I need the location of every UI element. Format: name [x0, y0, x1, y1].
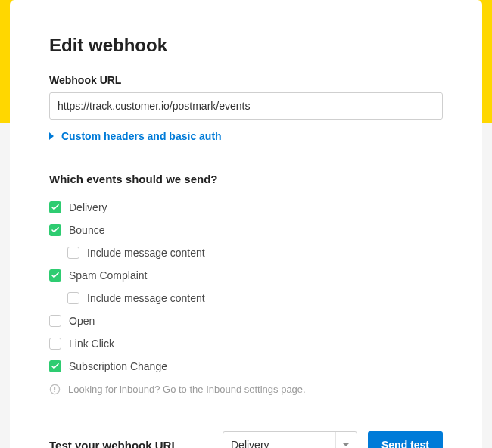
event-checkbox-link-click[interactable]: [49, 338, 61, 350]
custom-headers-label: Custom headers and basic auth: [61, 130, 222, 142]
panel-title: Edit webhook: [49, 35, 443, 56]
event-row-open: Open: [49, 310, 443, 332]
event-checkbox-open[interactable]: [49, 315, 61, 327]
events-title: Which events should we send?: [49, 173, 443, 185]
inbound-settings-link[interactable]: Inbound settings: [206, 384, 278, 395]
event-checkbox-delivery[interactable]: [49, 201, 61, 213]
event-row-delivery: Delivery: [49, 196, 443, 219]
event-label: Subscription Change: [69, 360, 167, 372]
test-label: Test your webhook URL: [49, 439, 223, 449]
event-row-bounce: Bounce: [49, 219, 443, 241]
event-sub-checkbox-bounce[interactable]: [67, 247, 79, 259]
test-event-select[interactable]: Delivery: [223, 431, 357, 448]
inbound-hint: Looking for inbound? Go to the Inbound s…: [49, 384, 443, 395]
custom-headers-toggle[interactable]: Custom headers and basic auth: [49, 130, 443, 142]
inbound-hint-text: Looking for inbound? Go to the Inbound s…: [68, 384, 306, 395]
event-subrow-bounce: Include message content: [67, 241, 443, 264]
svg-point-2: [54, 391, 55, 392]
send-test-button[interactable]: Send test: [368, 431, 443, 448]
event-row-subscription-change: Subscription Change: [49, 355, 443, 378]
event-label: Spam Complaint: [69, 269, 148, 282]
event-row-link-click: Link Click: [49, 332, 443, 355]
event-subrow-spam-complaint: Include message content: [67, 287, 443, 310]
event-label: Open: [69, 315, 95, 327]
webhook-url-input[interactable]: [49, 92, 443, 120]
event-sub-label: Include message content: [87, 247, 205, 259]
events-list: DeliveryBounceInclude message contentSpa…: [49, 196, 443, 378]
event-sub-label: Include message content: [87, 292, 205, 304]
event-checkbox-spam-complaint[interactable]: [49, 269, 61, 282]
chevron-down-icon: [335, 432, 357, 448]
info-icon: [49, 384, 61, 395]
test-row: Test your webhook URL Delivery Send test: [49, 431, 443, 448]
event-sub-checkbox-spam-complaint[interactable]: [67, 292, 79, 304]
caret-right-icon: [49, 132, 54, 140]
event-label: Bounce: [69, 224, 104, 236]
event-checkbox-subscription-change[interactable]: [49, 360, 61, 372]
event-row-spam-complaint: Spam Complaint: [49, 264, 443, 287]
event-label: Link Click: [69, 338, 114, 350]
event-checkbox-bounce[interactable]: [49, 224, 61, 236]
webhook-url-label: Webhook URL: [49, 74, 443, 86]
event-label: Delivery: [69, 201, 107, 213]
edit-webhook-panel: Edit webhook Webhook URL Custom headers …: [10, 0, 482, 448]
test-event-value: Delivery: [231, 439, 269, 448]
